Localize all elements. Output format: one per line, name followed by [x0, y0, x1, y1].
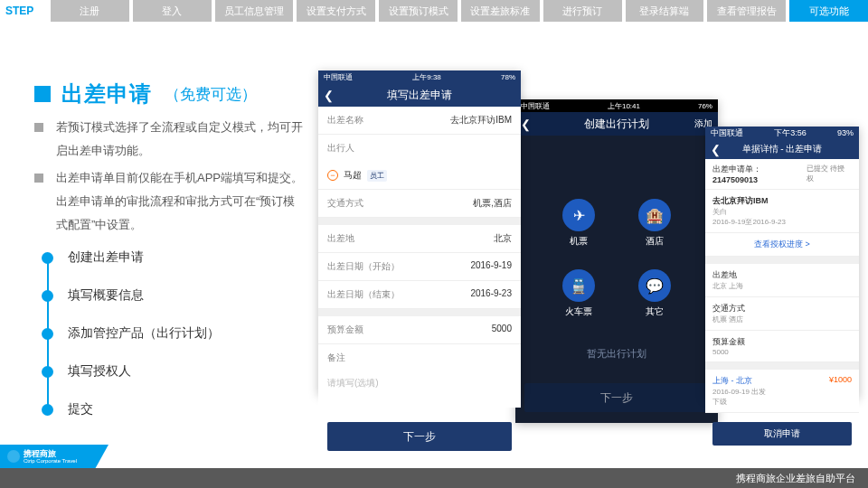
dot-icon [42, 404, 53, 416]
product-other[interactable]: 💬其它 [627, 269, 682, 324]
product-flight[interactable]: ✈机票 [552, 199, 606, 253]
trip-sub: 关白 [712, 207, 852, 217]
product-label: 酒店 [646, 235, 664, 248]
step-item-active[interactable]: 可选功能 [789, 0, 868, 22]
flow-item: 创建出差申请 [42, 249, 220, 266]
step-item[interactable]: 注册 [51, 0, 129, 22]
field-value: 去北京拜访IBM [450, 114, 512, 127]
chat-icon: 💬 [638, 269, 671, 302]
modal-overlay: ✈机票 🏨酒店 🚆火车票 💬其它 暂无出行计划 [515, 136, 718, 423]
dot-icon [42, 328, 53, 340]
product-label: 机票 [570, 235, 588, 248]
step-item[interactable]: 登入 [133, 0, 212, 22]
step-item[interactable]: 查看管理报告 [707, 0, 786, 22]
back-icon[interactable]: ❮ [324, 89, 334, 102]
status-bar: 中国联通 上午9:38 78% [318, 70, 521, 83]
footer-text: 携程商旅企业差旅自助平台 [736, 472, 855, 485]
flow-item: 填写概要信息 [42, 287, 220, 304]
field-value: 机票 酒店 [712, 314, 852, 324]
square-bullet-icon [34, 174, 43, 183]
flow-label: 添加管控产品（出行计划） [68, 325, 220, 342]
step-bar: STEP 注册 登入 员工信息管理 设置支付方式 设置预订模式 设置差旅标准 进… [0, 0, 868, 22]
memo-input[interactable]: 请填写(选填) [318, 371, 521, 408]
phone-mock-fill-form: 中国联通 上午9:38 78% ❮ 填写出差申请 出差名称去北京拜访IBM 出行… [318, 70, 521, 394]
field-label: 出差日期（开始） [327, 260, 400, 273]
field-row[interactable]: 出差日期（开始）2016-9-19 [318, 253, 521, 281]
field-row: 备注 [318, 344, 521, 371]
field-label: 出差日期（结束） [327, 288, 400, 301]
nav-title: 创建出行计划 [584, 117, 649, 132]
traveler-row[interactable]: － 马超 员工 [318, 162, 521, 190]
auth-progress-link[interactable]: 查看授权进度 > [705, 233, 859, 257]
nav-bar: ❮ 创建出行计划 添加 [515, 112, 718, 136]
step-item[interactable]: 登录结算端 [626, 0, 704, 22]
back-icon[interactable]: ❮ [711, 143, 721, 156]
trip-dates: 2016-9-19至2016-9-23 [712, 217, 852, 227]
nav-title: 单据详情 - 出差申请 [742, 143, 823, 155]
step-item[interactable]: 设置预订模式 [379, 0, 458, 22]
section-gap [705, 362, 859, 370]
logo-icon [7, 450, 20, 463]
field-label: 出差地 [327, 232, 354, 245]
flow-label: 提交 [68, 401, 93, 418]
field-row[interactable]: 出差地北京 [318, 225, 521, 253]
nav-bar: ❮ 单据详情 - 出差申请 [705, 139, 859, 159]
segment-date: 2016-09-19 出发 [712, 387, 852, 397]
field-label: 交通方式 [327, 197, 363, 210]
order-no-label: 出差申请单： [712, 164, 761, 174]
traveler-role-tag: 员工 [367, 170, 387, 182]
field-label: 出差名称 [327, 114, 363, 127]
segment-row[interactable]: 上海 - 北京¥1000 2016-09-19 出发 下级 [705, 370, 859, 413]
segment-price: ¥1000 [829, 375, 852, 387]
description-list: 若预订模式选择了全流程或自定义模式，均可开启出差申请功能。 出差申请单目前仅能在… [34, 116, 306, 240]
section-gap [318, 309, 521, 316]
field-value: 5000 [712, 348, 852, 356]
field-row[interactable]: 出差日期（结束）2016-9-23 [318, 281, 521, 309]
product-hotel[interactable]: 🏨酒店 [627, 199, 682, 253]
field-value: 2016-9-23 [470, 288, 512, 301]
page-title: 出差申请 （免费可选） [34, 80, 257, 108]
remove-icon[interactable]: － [327, 170, 338, 181]
carrier: 中国联通 [324, 72, 353, 82]
step-label: STEP [5, 0, 47, 22]
field-label: 交通方式 [712, 303, 852, 314]
product-train[interactable]: 🚆火车票 [552, 269, 606, 324]
description-text: 若预订模式选择了全流程或自定义模式，均可开启出差申请功能。 [56, 116, 306, 163]
product-grid: ✈机票 🏨酒店 🚆火车票 💬其它 [552, 199, 682, 324]
phone-mock-create-plan: 中国联通 上午10:41 76% ❮ 创建出行计划 添加 ✈机票 🏨酒店 🚆火车… [515, 99, 718, 423]
field-value: 5000 [492, 324, 512, 336]
nav-bar: ❮ 填写出差申请 [318, 83, 521, 107]
footer-bar: 携程商旅企业差旅自助平台 [0, 468, 868, 488]
battery: 93% [837, 128, 854, 137]
section-gap [318, 218, 521, 225]
dot-icon [42, 290, 53, 302]
description-text: 出差申请单目前仅能在手机APP端填写和提交。出差申请单的审批流程和审批方式可在“… [56, 166, 306, 237]
flow-item: 提交 [42, 401, 220, 418]
brand-badge: 携程商旅 Ctrip Corporate Travel [0, 445, 108, 468]
step-item[interactable]: 进行预订 [543, 0, 622, 22]
back-icon[interactable]: ❮ [521, 117, 531, 131]
step-item[interactable]: 设置差旅标准 [461, 0, 540, 22]
next-button[interactable]: 下一步 [327, 422, 512, 451]
plane-icon: ✈ [562, 199, 595, 231]
field-row[interactable]: 交通方式机票,酒店 [318, 190, 521, 218]
field-row[interactable]: 出差名称去北京拜访IBM [318, 107, 521, 135]
field-value: 北京 [494, 232, 512, 245]
square-bullet-icon [34, 123, 43, 132]
step-item[interactable]: 员工信息管理 [215, 0, 294, 22]
trip-title: 去北京拜访IBM [712, 195, 852, 207]
title-sub: （免费可选） [165, 84, 257, 105]
status-bar: 中国联通 上午10:41 76% [515, 99, 718, 112]
flow-item: 填写授权人 [42, 363, 220, 380]
step-item[interactable]: 设置支付方式 [297, 0, 375, 22]
field-value: 机票,酒店 [473, 197, 512, 210]
cancel-button[interactable]: 取消申请 [712, 422, 852, 446]
nav-title: 填写出差申请 [387, 88, 452, 103]
clock: 上午9:38 [412, 72, 441, 82]
next-button[interactable]: 下一步 [524, 383, 709, 412]
description-item: 若预订模式选择了全流程或自定义模式，均可开启出差申请功能。 [34, 116, 306, 163]
segment-route: 上海 - 北京 [712, 375, 752, 387]
flow-label: 填写授权人 [68, 363, 131, 380]
section-gap [705, 257, 859, 264]
field-row[interactable]: 预算金额5000 [318, 316, 521, 344]
